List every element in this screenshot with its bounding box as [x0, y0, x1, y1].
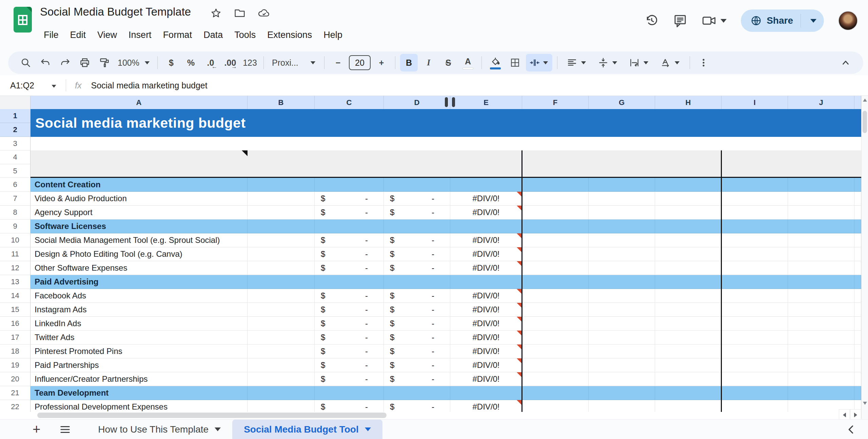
add-sheet-button[interactable]: + — [33, 422, 40, 437]
cell-C12[interactable]: $- — [315, 261, 384, 275]
decrease-font-size-button[interactable]: − — [329, 54, 347, 71]
cell-F14[interactable] — [522, 289, 589, 303]
cell-G15[interactable] — [589, 303, 655, 317]
row-header-2[interactable]: 2 — [0, 123, 31, 137]
cell-C18[interactable]: $- — [315, 344, 384, 358]
cell-F19[interactable] — [522, 358, 589, 372]
text-color-button[interactable]: A — [459, 54, 477, 71]
cell-G14[interactable] — [589, 289, 655, 303]
cell-I12[interactable] — [722, 261, 788, 275]
row-header-5[interactable]: 5 — [0, 164, 31, 178]
menu-item-format[interactable]: Format — [157, 28, 198, 42]
cell-I20[interactable] — [722, 372, 788, 386]
row-header-14[interactable]: 14 — [0, 289, 31, 303]
cell-D19[interactable]: $- — [384, 358, 450, 372]
cell-C13[interactable] — [315, 275, 384, 289]
cell-K16[interactable] — [854, 317, 861, 331]
cell-H15[interactable] — [655, 303, 722, 317]
text-wrap-button[interactable] — [625, 54, 654, 71]
cell-C8[interactable]: $- — [315, 206, 384, 220]
cell-C10[interactable]: $- — [315, 233, 384, 247]
cell-D10[interactable]: $- — [384, 233, 450, 247]
cell-A12[interactable]: Other Software Expenses — [31, 261, 248, 275]
version-history-icon[interactable] — [645, 14, 659, 28]
cell-A9[interactable]: Software Licenses — [31, 220, 248, 233]
move-folder-icon[interactable] — [234, 7, 245, 19]
row-header-18[interactable]: 18 — [0, 344, 31, 358]
row-header-20[interactable]: 20 — [0, 372, 31, 386]
cell-I9[interactable] — [722, 220, 788, 233]
cloud-saved-icon[interactable] — [258, 7, 270, 19]
cell-C21[interactable] — [315, 386, 384, 400]
formula-input[interactable]: Social media marketing budget — [91, 81, 207, 90]
row-header-17[interactable]: 17 — [0, 331, 31, 344]
cell-B15[interactable] — [248, 303, 315, 317]
cell-B20[interactable] — [248, 372, 315, 386]
row-3-blank[interactable] — [31, 137, 861, 150]
cell-J11[interactable] — [788, 247, 854, 261]
cell-E18[interactable]: #DIV/0! — [450, 344, 522, 358]
cell-G18[interactable] — [589, 344, 655, 358]
cell-F13[interactable] — [522, 275, 589, 289]
cell-E15[interactable]: #DIV/0! — [450, 303, 522, 317]
vertical-align-button[interactable] — [593, 54, 623, 71]
cell-J21[interactable] — [788, 386, 854, 400]
cell-A11[interactable]: Design & Photo Editing Tool (e.g. Canva) — [31, 247, 248, 261]
print-icon[interactable] — [76, 54, 94, 71]
merge-dropdown-caret[interactable] — [543, 61, 548, 64]
cell-G13[interactable] — [589, 275, 655, 289]
cell-B14[interactable] — [248, 289, 315, 303]
cell-J8[interactable] — [788, 206, 854, 220]
column-resize-handle[interactable] — [445, 97, 448, 107]
cell-H12[interactable] — [655, 261, 722, 275]
name-box-caret[interactable] — [52, 85, 56, 87]
cell-J16[interactable] — [788, 317, 854, 331]
cell-E9[interactable] — [450, 220, 522, 233]
cell-K9[interactable] — [854, 220, 861, 233]
cell-C14[interactable]: $- — [315, 289, 384, 303]
cell-K14[interactable] — [854, 289, 861, 303]
sheet-tab-how-to-use-this-template[interactable]: How to Use This Template — [86, 420, 232, 439]
strikethrough-button[interactable]: S — [439, 54, 457, 71]
cell-D20[interactable]: $- — [384, 372, 450, 386]
column-header-G[interactable]: G — [589, 96, 655, 109]
cell-K18[interactable] — [854, 344, 861, 358]
cell-G12[interactable] — [589, 261, 655, 275]
column-header-I[interactable]: I — [722, 96, 788, 109]
cell-I10[interactable] — [722, 233, 788, 247]
cell-F7[interactable] — [522, 192, 589, 206]
cell-A19[interactable]: Paid Partnerships — [31, 358, 248, 372]
cell-A6[interactable]: Content Creation — [31, 178, 248, 192]
cell-B16[interactable] — [248, 317, 315, 331]
cell-B7[interactable] — [248, 192, 315, 206]
cell-G6[interactable] — [589, 178, 655, 192]
cell-A20[interactable]: Influencer/Creator Partnerships — [31, 372, 248, 386]
cell-H17[interactable] — [655, 331, 722, 344]
column-header-J[interactable]: J — [788, 96, 854, 109]
horizontal-scrollbar[interactable] — [0, 412, 861, 419]
bold-button[interactable]: B — [400, 54, 418, 71]
menu-item-edit[interactable]: Edit — [64, 28, 92, 42]
cell-E17[interactable]: #DIV/0! — [450, 331, 522, 344]
undo-icon[interactable] — [37, 54, 54, 71]
cell-C16[interactable]: $- — [315, 317, 384, 331]
cell-H8[interactable] — [655, 206, 722, 220]
column-header-E[interactable]: E — [450, 96, 522, 109]
cell-H6[interactable] — [655, 178, 722, 192]
cell-A14[interactable]: Facebook Ads — [31, 289, 248, 303]
cell-I11[interactable] — [722, 247, 788, 261]
cell-D16[interactable]: $- — [384, 317, 450, 331]
cell-K13[interactable] — [854, 275, 861, 289]
meet-video-icon[interactable] — [702, 14, 727, 28]
cell-C7[interactable]: $- — [315, 192, 384, 206]
cell-B11[interactable] — [248, 247, 315, 261]
hscroll-right-arrow[interactable] — [850, 409, 861, 419]
cell-I13[interactable] — [722, 275, 788, 289]
cell-B12[interactable] — [248, 261, 315, 275]
cell-I16[interactable] — [722, 317, 788, 331]
row-header-6[interactable]: 6 — [0, 178, 31, 192]
cell-H21[interactable] — [655, 386, 722, 400]
cell-I8[interactable] — [722, 206, 788, 220]
merge-cells-button[interactable] — [526, 54, 552, 71]
cell-J20[interactable] — [788, 372, 854, 386]
